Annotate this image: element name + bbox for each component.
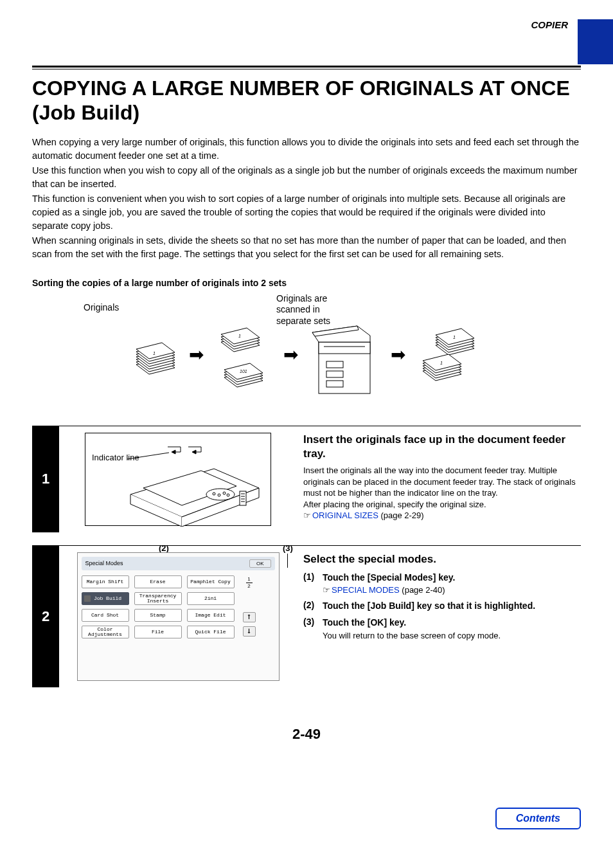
link-page-ref: (page 2-40) [400, 585, 445, 595]
substep-main: Touch the [Special Modes] key. [323, 572, 581, 583]
step-1-badge: 1 [32, 426, 59, 532]
svg-text:1: 1 [238, 334, 241, 338]
step-1-desc1: Insert the originals all the way into th… [303, 466, 576, 498]
diagram-heading: Sorting the copies of a large number of … [32, 278, 581, 288]
label-originals: Originals [84, 302, 119, 312]
svg-rect-19 [319, 342, 370, 354]
arrow-right-icon: ➡ [283, 344, 298, 365]
paper-stack-icon: 1 [130, 332, 181, 377]
substep-3: (3) Touch the [OK] key. You will return … [303, 617, 581, 640]
output-stacks-icon: 1 1 [413, 326, 484, 384]
svg-text:1: 1 [440, 361, 443, 365]
svg-marker-40 [192, 450, 196, 454]
svg-rect-21 [326, 371, 343, 377]
pamphlet-button[interactable]: Pamphlet Copy [187, 575, 235, 588]
intro-p3: This function is convenient when you wis… [32, 192, 581, 233]
svg-line-38 [127, 453, 169, 459]
page-frac-top: 1 [247, 576, 250, 582]
panel-title: Special Modes [85, 560, 123, 566]
callout-3: (3) [283, 543, 293, 553]
intro-p2: Use this function when you wish to copy … [32, 164, 581, 191]
process-diagram: Originals Originals are scanned in separ… [32, 297, 581, 413]
page-number: 2-49 [32, 726, 581, 743]
step-1-row: 1 Indicator line I [32, 426, 581, 532]
intro-text: When copying a very large number of orig… [32, 136, 581, 261]
svg-rect-20 [326, 361, 343, 368]
arrow-right-icon: ➡ [391, 344, 405, 365]
page-frac-bot: 2 [247, 583, 250, 589]
arrow-right-icon: ➡ [189, 344, 204, 365]
image-edit-button[interactable]: Image Edit [187, 609, 235, 622]
stamp-button[interactable]: Stamp [134, 609, 182, 622]
intro-p1: When copying a very large number of orig… [32, 136, 581, 163]
substep-num: (3) [303, 617, 323, 640]
substep-num: (1) [303, 572, 323, 595]
svg-text:1: 1 [453, 335, 456, 339]
substep-2: (2) Touch the [Job Build] key so that it… [303, 600, 581, 611]
page-title: COPYING A LARGE NUMBER OF ORIGINALS AT O… [32, 76, 581, 125]
callout-2: (2) [159, 543, 169, 553]
transparency-button[interactable]: Transparency Inserts [134, 592, 182, 605]
svg-text:101: 101 [240, 369, 247, 374]
erase-button[interactable]: Erase [134, 575, 182, 588]
special-modes-link[interactable]: SPECIAL MODES [332, 585, 400, 595]
intro-p4: When scanning originals in sets, divide … [32, 234, 581, 261]
section-header: COPIER [32, 0, 581, 30]
pointer-icon: ☞ [303, 511, 311, 520]
substep-note: You will return to the base screen of co… [323, 631, 581, 640]
contents-button[interactable]: Contents [495, 808, 581, 829]
substep-main: Touch the [OK] key. [323, 617, 581, 628]
margin-shift-button[interactable]: Margin Shift [82, 575, 129, 588]
step-1-desc2: After placing the original, specify the … [303, 500, 486, 509]
substep-num: (2) [303, 600, 323, 611]
svg-rect-22 [326, 381, 343, 387]
feeder-tray-diagram: Indicator line [85, 433, 271, 526]
original-sizes-link[interactable]: ORIGINAL SIZES [312, 511, 378, 520]
scroll-up-button[interactable]: 🠕 [243, 612, 256, 622]
label-scanned: Originals are scanned in separate sets [276, 293, 341, 327]
file-button[interactable]: File [134, 626, 182, 638]
substep-main: Touch the [Job Build] key so that it is … [323, 600, 581, 611]
svg-marker-39 [172, 450, 175, 454]
svg-text:1: 1 [153, 351, 155, 356]
step-1-title: Insert the originals face up in the docu… [303, 433, 581, 461]
panel-header: Special Modes OK [82, 557, 275, 570]
title-rule [32, 66, 581, 69]
special-modes-panel: Special Modes OK Margin Shift Job Build … [77, 552, 280, 681]
svg-rect-46 [240, 491, 246, 505]
color-adj-button[interactable]: Color Adjustments [82, 626, 129, 638]
quick-file-button[interactable]: Quick File [187, 626, 235, 638]
link-page-ref: (page 2-29) [378, 511, 424, 520]
step-2-title: Select the special modes. [303, 552, 581, 566]
job-build-button[interactable]: Job Build [82, 592, 129, 605]
step-2-badge: 2 [32, 546, 59, 687]
substep-1: (1) Touch the [Special Modes] key. ☞SPEC… [303, 572, 581, 595]
page-accent-bar [578, 19, 613, 64]
pointer-icon: ☞ [323, 585, 330, 595]
2in1-button[interactable]: 2in1 [187, 592, 235, 605]
card-shot-button[interactable]: Card Shot [82, 609, 129, 622]
step-1-desc: Insert the originals all the way into th… [303, 465, 581, 521]
step-2-row: 2 (2) (3) Special Modes OK Margin Shift … [32, 546, 581, 687]
ok-button[interactable]: OK [249, 559, 271, 568]
scroll-down-button[interactable]: 🠗 [243, 626, 256, 637]
paper-two-stacks-icon: 1 101 [211, 320, 276, 390]
